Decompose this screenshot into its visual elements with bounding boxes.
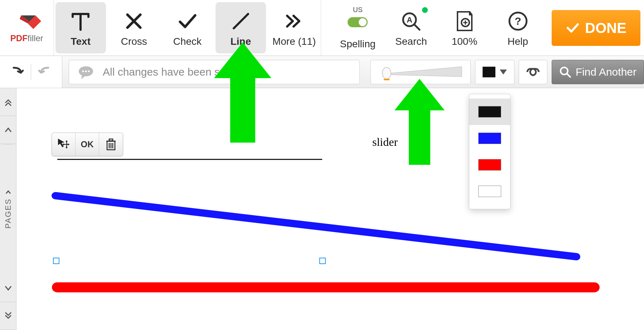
svg-line-3 xyxy=(234,14,248,28)
svg-marker-17 xyxy=(383,67,462,77)
pages-up-button[interactable] xyxy=(0,116,16,144)
svg-marker-22 xyxy=(58,139,64,147)
color-picker-popup xyxy=(469,94,510,209)
svg-line-5 xyxy=(415,25,420,30)
svg-point-16 xyxy=(88,70,90,72)
spelling-region-label: US xyxy=(353,6,363,14)
trash-icon xyxy=(106,138,116,150)
svg-marker-33 xyxy=(214,42,271,143)
move-icon xyxy=(57,138,70,151)
pages-collapse-all-button[interactable] xyxy=(0,88,16,116)
tool-help[interactable]: ? Help xyxy=(493,2,543,53)
done-check-icon xyxy=(566,21,580,35)
svg-marker-26 xyxy=(68,143,69,145)
pages-sidebar: PAGES xyxy=(0,88,16,330)
link-icon xyxy=(525,67,541,77)
spelling-toggle-icon xyxy=(348,11,368,36)
color-option-white[interactable] xyxy=(469,178,510,205)
annotation-slider-label: slider xyxy=(372,135,398,149)
line-handle-start[interactable] xyxy=(53,258,59,264)
speech-bubble-icon xyxy=(78,66,94,78)
svg-marker-24 xyxy=(66,147,68,149)
tool-check[interactable]: Check xyxy=(162,2,213,53)
tool-text[interactable]: Text xyxy=(55,2,106,53)
text-icon xyxy=(69,9,92,34)
check-icon xyxy=(176,9,199,34)
svg-text:?: ? xyxy=(514,15,521,27)
help-icon: ? xyxy=(507,9,529,34)
document-canvas[interactable] xyxy=(29,97,644,330)
svg-line-21 xyxy=(567,74,570,77)
tool-cross[interactable]: Cross xyxy=(109,2,159,53)
move-handle-button[interactable] xyxy=(52,133,76,156)
tool-spelling[interactable]: US Spelling xyxy=(333,2,383,53)
app-logo[interactable]: PDFfiller xyxy=(0,0,54,56)
selection-mini-toolbar: OK xyxy=(52,133,123,156)
find-another-button[interactable]: Find Another xyxy=(552,60,644,84)
svg-rect-29 xyxy=(109,139,113,141)
search-indicator-dot xyxy=(422,7,428,13)
line-handle-end[interactable] xyxy=(319,258,326,264)
dropdown-caret-icon xyxy=(500,70,507,75)
secondary-toolbar: All changes have been sa Find Another xyxy=(0,56,644,88)
cross-icon xyxy=(122,9,145,34)
confirm-ok-button[interactable]: OK xyxy=(76,133,99,156)
search-icon: A xyxy=(400,9,422,34)
tool-search[interactable]: A Search xyxy=(386,2,436,53)
tool-more[interactable]: More (11) xyxy=(269,2,319,53)
logo-icon xyxy=(17,13,37,30)
line-color-button[interactable] xyxy=(475,60,514,84)
logo-wordmark: PDFfiller xyxy=(10,33,43,43)
zoom-icon xyxy=(455,9,475,34)
color-option-red[interactable] xyxy=(469,152,510,178)
annotation-arrow-line-tool xyxy=(214,42,271,146)
undo-redo-group xyxy=(0,56,62,88)
annotation-arrow-slider xyxy=(394,79,445,168)
status-text: All changes have been sa xyxy=(103,66,226,78)
svg-marker-23 xyxy=(66,140,68,142)
done-button[interactable]: DONE xyxy=(552,10,640,46)
line-icon xyxy=(229,9,252,34)
svg-text:A: A xyxy=(407,15,412,24)
pages-down-button[interactable] xyxy=(0,274,16,302)
color-option-blue[interactable] xyxy=(469,125,510,152)
tool-zoom[interactable]: 100% xyxy=(439,2,490,53)
find-search-icon xyxy=(559,66,571,78)
current-color-swatch xyxy=(483,67,495,77)
more-icon xyxy=(283,9,306,34)
hyperlink-button[interactable] xyxy=(519,60,547,84)
svg-point-18 xyxy=(382,67,391,79)
delete-button[interactable] xyxy=(99,133,123,156)
svg-point-15 xyxy=(85,70,87,72)
redo-button[interactable] xyxy=(38,64,53,80)
svg-marker-34 xyxy=(394,79,445,165)
color-option-black[interactable] xyxy=(469,99,510,125)
main-toolbar: PDFfiller Text Cross Check Line More (11… xyxy=(0,0,644,56)
pages-expand-all-button[interactable] xyxy=(0,302,16,330)
undo-button[interactable] xyxy=(9,64,24,80)
svg-marker-13 xyxy=(81,75,86,79)
pages-label: PAGES xyxy=(4,144,13,274)
svg-point-14 xyxy=(82,70,84,72)
